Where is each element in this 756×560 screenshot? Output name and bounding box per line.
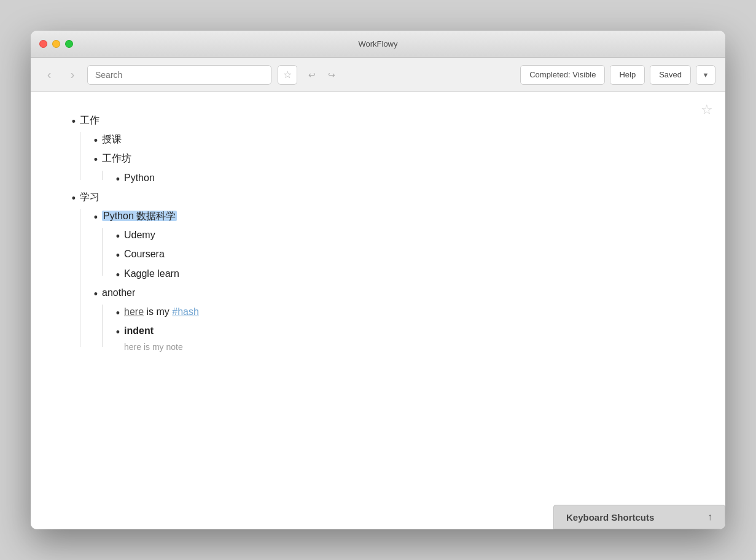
list-item: • 学习 • Python 数据科学 [68, 190, 688, 354]
redo-button[interactable]: ↪ [323, 66, 340, 84]
bullet-icon: • [90, 133, 102, 149]
list-item: • 工作 • 授课 [68, 113, 688, 187]
outline-list: • Python 数据科学 • [90, 209, 688, 354]
saved-label: Saved [659, 70, 682, 79]
children-container: • Python [102, 171, 688, 187]
back-button[interactable]: ‹ [41, 66, 58, 84]
maximize-button[interactable] [65, 40, 73, 48]
item-row: • Python [112, 171, 688, 187]
main-content: ☆ • 工作 • 授课 [31, 92, 725, 529]
bookmark-button[interactable]: ☆ [278, 65, 297, 85]
content-star-button[interactable]: ☆ [701, 102, 713, 118]
outline-list: • Udemy • Coursera [112, 228, 688, 283]
item-text[interactable]: Python [124, 171, 688, 185]
toolbar: ‹ › ☆ ↩ ↪ Completed: Visible Help [31, 58, 725, 92]
star-icon: ☆ [283, 69, 292, 80]
undo-redo-group: ↩ ↪ [303, 66, 340, 84]
item-text[interactable]: Coursera [124, 247, 688, 262]
bullet-icon: • [90, 152, 102, 168]
item-text[interactable]: 学习 [80, 190, 688, 204]
list-item: • indent here is my note [112, 324, 688, 354]
hash-link[interactable]: #hash [172, 306, 199, 317]
dropdown-button[interactable]: ▼ [696, 65, 715, 85]
outline-list: • Python [112, 171, 688, 187]
children-container: • Udemy • Coursera [102, 228, 688, 283]
list-item: • another • [90, 286, 688, 354]
item-row: • here is my #hash [112, 305, 688, 321]
item-row: • 学习 [68, 190, 688, 206]
item-row: • indent [112, 324, 688, 340]
forward-icon: › [71, 68, 75, 82]
bullet-icon: • [112, 229, 124, 244]
forward-button[interactable]: › [64, 66, 81, 84]
children-container: • 授课 • 工作坊 [80, 132, 688, 187]
item-row: • 授课 [90, 132, 688, 149]
children-container: • Python 数据科学 • [80, 209, 688, 354]
item-text[interactable]: here is my #hash [124, 305, 688, 319]
bullet-icon: • [90, 287, 102, 302]
item-text[interactable]: 授课 [102, 132, 688, 147]
children-container: • here is my #hash [102, 305, 688, 354]
search-input[interactable] [87, 65, 271, 85]
outline-list: • 授课 • 工作坊 [90, 132, 688, 187]
outline-list: • 工作 • 授课 [68, 113, 688, 354]
bullet-icon: • [112, 172, 124, 187]
list-item: • Coursera [112, 247, 688, 263]
item-row: • Udemy [112, 228, 688, 244]
help-label: Help [619, 70, 636, 79]
completed-label: Completed: Visible [529, 70, 596, 79]
outline-list: • here is my #hash [112, 305, 688, 354]
highlighted-text: Python 数据科学 [102, 211, 177, 221]
list-item: • Kaggle learn [112, 266, 688, 283]
window-title: WorkFlowy [358, 39, 397, 49]
toolbar-right: Completed: Visible Help Saved ▼ [520, 65, 715, 85]
item-text[interactable]: Udemy [124, 228, 688, 243]
item-note: here is my note [124, 340, 688, 354]
completed-button[interactable]: Completed: Visible [520, 65, 605, 85]
item-text[interactable]: indent [124, 324, 688, 338]
back-icon: ‹ [47, 68, 52, 82]
bullet-icon: • [68, 191, 80, 206]
list-item: • here is my #hash [112, 305, 688, 321]
undo-button[interactable]: ↩ [303, 66, 321, 84]
bullet-icon: • [112, 325, 124, 340]
item-text[interactable]: 工作 [80, 113, 688, 128]
list-item: • 授课 [90, 132, 688, 149]
help-button[interactable]: Help [610, 65, 645, 85]
bullet-icon: • [112, 268, 124, 283]
list-item: • Python 数据科学 • [90, 209, 688, 283]
chevron-down-icon: ▼ [703, 71, 709, 79]
item-row: • Python 数据科学 [90, 209, 688, 225]
item-text[interactable]: another [102, 286, 688, 300]
here-link[interactable]: here [124, 306, 144, 317]
item-text[interactable]: Python 数据科学 [102, 209, 688, 224]
keyboard-shortcuts-bar[interactable]: Keyboard Shortcuts ↑ [553, 505, 725, 529]
list-item: • Python [112, 171, 688, 187]
list-item: • 工作坊 • Python [90, 151, 688, 187]
item-row: • Coursera [112, 247, 688, 263]
redo-icon: ↪ [328, 70, 335, 80]
minimize-button[interactable] [52, 40, 60, 48]
item-text[interactable]: Kaggle learn [124, 266, 688, 281]
saved-button[interactable]: Saved [650, 65, 691, 85]
item-row: • 工作 [68, 113, 688, 130]
item-row: • another [90, 286, 688, 302]
bullet-icon: • [68, 114, 80, 130]
window-controls [39, 40, 73, 48]
app-window: WorkFlowy ‹ › ☆ ↩ ↪ Completed: Visible [31, 31, 725, 529]
keyboard-shortcuts-arrow: ↑ [707, 511, 712, 523]
item-row: • Kaggle learn [112, 266, 688, 283]
close-button[interactable] [39, 40, 47, 48]
plain-text: is my [146, 306, 172, 317]
undo-icon: ↩ [308, 70, 316, 80]
bullet-icon: • [112, 248, 124, 263]
keyboard-shortcuts-label: Keyboard Shortcuts [566, 512, 698, 523]
title-bar: WorkFlowy [31, 31, 725, 58]
bullet-icon: • [112, 306, 124, 321]
list-item: • Udemy [112, 228, 688, 244]
item-row: • 工作坊 [90, 151, 688, 168]
outline-area: • 工作 • 授课 [31, 104, 725, 363]
bullet-icon: • [90, 210, 102, 225]
item-text[interactable]: 工作坊 [102, 151, 688, 166]
